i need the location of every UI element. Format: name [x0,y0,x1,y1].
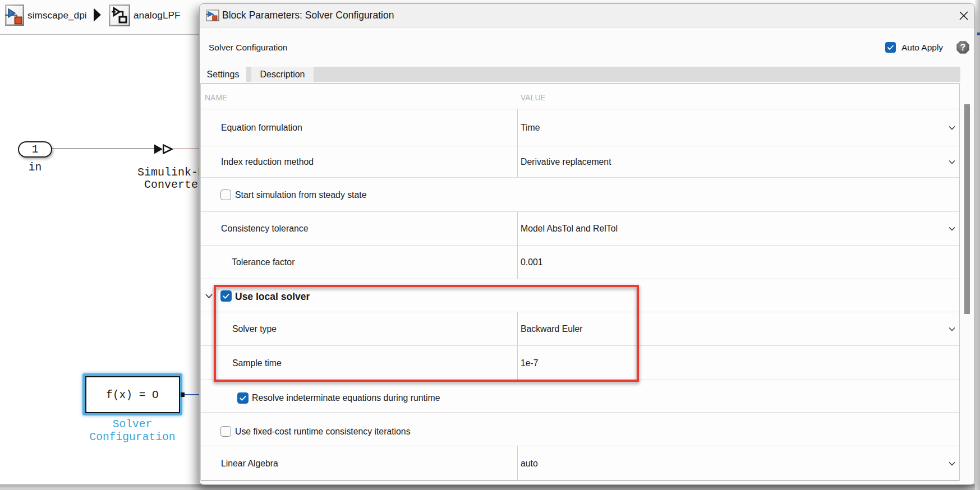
svg-text:?: ? [960,43,966,52]
